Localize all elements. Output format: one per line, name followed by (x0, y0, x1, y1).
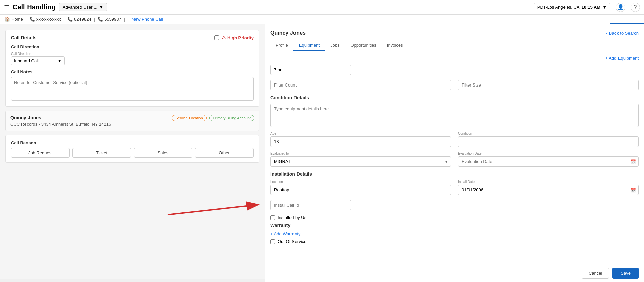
location-field-group: Location (270, 180, 451, 195)
new-phone-call-link[interactable]: + New Phone Call (128, 17, 163, 22)
back-to-search-link[interactable]: ‹ Back to Search (606, 31, 639, 36)
condition-details-textarea-group (270, 104, 639, 127)
breadcrumb-separator-1: | (26, 17, 27, 22)
condition-label: Condition (458, 132, 639, 135)
call-details-title: Call Details (11, 35, 36, 40)
evaluation-date-group: Evaluation Date 📅 (458, 152, 639, 167)
condition-input[interactable] (458, 136, 639, 147)
age-input[interactable] (270, 136, 451, 147)
evaluation-date-wrapper: 📅 (458, 156, 639, 167)
call-notes-textarea[interactable] (11, 77, 254, 101)
install-date-calendar-icon: 📅 (631, 187, 636, 192)
right-panel: Quincy Jones ‹ Back to Search Profile Eq… (265, 24, 644, 279)
breadcrumb-separator-3: | (94, 17, 95, 22)
evaluated-by-input[interactable] (270, 156, 451, 167)
app-title: Call Handling (13, 3, 56, 11)
model-input[interactable] (270, 65, 351, 75)
tabs-bar: Profile Equipment Jobs Opportunities Inv… (270, 40, 639, 51)
evaluated-by-group: Evaluated by ▼ (270, 152, 451, 167)
tab-opportunities[interactable]: Opportunities (345, 40, 381, 51)
location-input[interactable] (270, 185, 451, 195)
filter-row (270, 80, 639, 90)
evaluated-row: Evaluated by ▼ Evaluation Date 📅 (270, 152, 639, 167)
other-button[interactable]: Other (195, 148, 254, 158)
tab-invoices[interactable]: Invoices (382, 40, 409, 51)
high-priority-badge: ⚠ High Priority (222, 35, 254, 40)
filter-size-input[interactable] (458, 80, 639, 90)
call-reason-buttons: Job Request Ticket Sales Other (11, 148, 254, 158)
right-panel-customer-name: Quincy Jones (270, 30, 306, 36)
call-reason-title: Call Reason (11, 140, 254, 145)
time-display: 10:15 AM (582, 5, 601, 10)
equipment-form: Condition Details Age Condition (270, 65, 639, 244)
user-dropdown[interactable]: Advanced User ... ▼ (59, 3, 107, 11)
nav-right: PDT-Los Angeles, CA 10:15 AM ▼ 👤 ? (534, 3, 640, 12)
chevron-down-icon: ▼ (99, 5, 103, 10)
breadcrumb-phone3[interactable]: 📞 5559987 (98, 17, 121, 22)
right-panel-header: Quincy Jones ‹ Back to Search (270, 30, 639, 36)
home-breadcrumb[interactable]: 🏠 Home (5, 17, 23, 22)
user-profile-icon[interactable]: 👤 (616, 3, 625, 12)
tab-equipment[interactable]: Equipment (293, 40, 325, 51)
job-request-button[interactable]: Job Request (11, 148, 70, 158)
call-details-card: Call Details ⚠ High Priority Call Direct… (5, 30, 259, 107)
tab-jobs[interactable]: Jobs (325, 40, 345, 51)
add-equipment-button[interactable]: + Add Equipment (270, 56, 639, 61)
service-location-tag[interactable]: Service Location (172, 115, 206, 121)
evaluated-chevron-icon: ▼ (444, 159, 448, 164)
installed-by-us-row: Installed by Us (270, 215, 639, 220)
call-direction-select[interactable]: Inbound Call ▼ (11, 56, 65, 65)
billing-account-tag[interactable]: Primary Billing Account (209, 115, 255, 121)
timezone-display[interactable]: PDT-Los Angeles, CA 10:15 AM ▼ (534, 3, 610, 11)
breadcrumb-separator-2: | (64, 17, 65, 22)
add-warranty-button[interactable]: + Add Warranty (270, 231, 639, 236)
cancel-button[interactable]: Cancel (582, 268, 609, 279)
phone-number-2: 8249824 (74, 17, 91, 22)
condition-field-group: Condition (458, 132, 639, 147)
save-button[interactable]: Save (612, 268, 639, 279)
condition-details-textarea[interactable] (270, 104, 639, 127)
breadcrumb-phone1[interactable]: 📞 xxx-xxx-xxxx (30, 17, 61, 22)
call-reason-card: Call Reason Job Request Ticket Sales Oth… (5, 135, 259, 163)
out-of-service-checkbox[interactable] (270, 239, 275, 244)
age-field-group: Age (270, 132, 451, 147)
install-call-id-row (270, 200, 639, 210)
home-icon: 🏠 (5, 17, 10, 22)
evaluation-date-input[interactable] (458, 156, 639, 167)
left-panel: Call Details ⚠ High Priority Call Direct… (0, 24, 265, 279)
high-priority-checkbox[interactable] (214, 35, 219, 40)
high-priority-area: ⚠ High Priority (214, 35, 254, 40)
ticket-button[interactable]: Ticket (72, 148, 131, 158)
install-date-input[interactable] (458, 185, 639, 195)
condition-details-header: Condition Details (270, 95, 639, 100)
location-install-row: Location Install Date 📅 (270, 180, 639, 195)
installed-by-us-checkbox[interactable] (270, 215, 275, 220)
install-call-id-input[interactable] (270, 200, 351, 210)
breadcrumb-phone2[interactable]: 📞 8249824 (67, 17, 91, 22)
timezone-label: PDT-Los Angeles, CA (537, 5, 580, 10)
install-call-id-group (270, 200, 351, 210)
hamburger-icon[interactable]: ☰ (4, 4, 9, 11)
installed-by-us-label: Installed by Us (278, 215, 306, 220)
bottom-actions: Cancel Save (265, 264, 644, 282)
tab-profile[interactable]: Profile (270, 40, 293, 51)
new-phone-call-label: New Phone Call (131, 17, 163, 22)
call-direction-section: Call Direction Call Direction Inbound Ca… (11, 44, 254, 65)
filter-count-input[interactable] (270, 80, 451, 90)
main-layout: Call Details ⚠ High Priority Call Direct… (0, 24, 644, 279)
customer-name: Quincy Jones (10, 115, 111, 120)
high-priority-label: High Priority (227, 35, 254, 40)
add-warranty-label: + Add Warranty (270, 231, 300, 236)
nav-left: ☰ Call Handling Advanced User ... ▼ (4, 3, 107, 11)
help-icon[interactable]: ? (631, 3, 640, 12)
add-equipment-label: + Add Equipment (605, 56, 639, 61)
location-label: Location (270, 180, 451, 184)
evaluated-by-label: Evaluated by (270, 152, 451, 155)
sales-button[interactable]: Sales (134, 148, 193, 158)
calendar-icon: 📅 (631, 159, 636, 164)
age-condition-row: Age Condition (270, 132, 639, 147)
phone-number-3: 5559987 (104, 17, 121, 22)
call-direction-field-label: Call Direction (11, 52, 254, 56)
warranty-header: Warranty (270, 223, 639, 228)
evaluation-date-label: Evaluation Date (458, 152, 639, 155)
